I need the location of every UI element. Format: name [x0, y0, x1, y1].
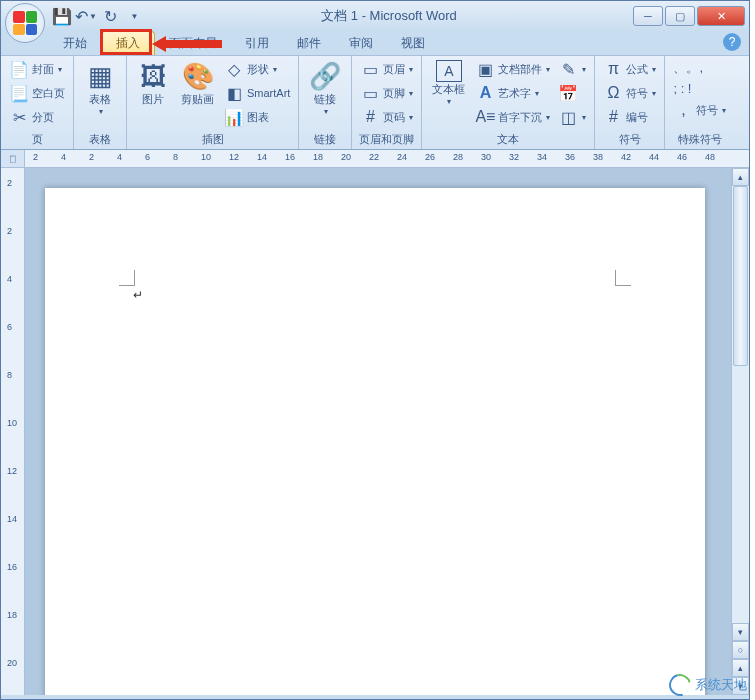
page-number-icon: #	[360, 107, 380, 127]
special-punct2[interactable]: ; : !	[671, 80, 728, 97]
watermark-text: 系统天地	[695, 676, 747, 694]
group-links: 🔗链接▾ 链接	[299, 56, 352, 149]
number-button[interactable]: #编号	[601, 106, 658, 128]
quick-parts-icon: ▣	[475, 59, 495, 79]
ribbon: 📄封面▾ 📃空白页 ✂分页 页 ▦ 表格▾ 表格 🖼图片 🎨剪贴画	[1, 55, 749, 150]
textbox-button[interactable]: A文本框▾	[428, 58, 469, 108]
group-illustrations: 🖼图片 🎨剪贴画 ◇形状▾ ◧SmartArt 📊图表 插图	[127, 56, 299, 149]
page-number-label: 页码	[383, 110, 405, 125]
page[interactable]: ↵	[45, 188, 705, 695]
group-special-label: 特殊符号	[671, 130, 728, 147]
shapes-button[interactable]: ◇形状▾	[222, 58, 292, 80]
redo-icon: ↻	[100, 6, 120, 26]
shapes-icon: ◇	[224, 59, 244, 79]
clipart-button[interactable]: 🎨剪贴画	[177, 58, 218, 109]
symbol-icon: Ω	[603, 83, 623, 103]
group-tables: ▦ 表格▾ 表格	[74, 56, 127, 149]
text-cursor: ↵	[133, 288, 143, 302]
number-label: 编号	[626, 110, 648, 125]
maximize-button[interactable]: ▢	[665, 6, 695, 26]
date-time-button[interactable]: 📅	[556, 82, 588, 104]
special-punct1[interactable]: 、。,	[671, 58, 728, 78]
tab-references[interactable]: 引用	[231, 32, 283, 55]
textbox-icon: A	[436, 60, 462, 82]
save-button[interactable]: 💾	[51, 5, 73, 27]
object-icon: ◫	[558, 107, 578, 127]
scroll-thumb[interactable]	[733, 186, 748, 366]
ribbon-tabs: 开始 插入 页面布局 引用 邮件 审阅 视图 ?	[1, 31, 749, 55]
equation-button[interactable]: π公式▾	[601, 58, 658, 80]
footer-button[interactable]: ▭页脚▾	[358, 82, 415, 104]
close-button[interactable]: ✕	[697, 6, 745, 26]
group-illustrations-label: 插图	[133, 130, 292, 147]
symbol-label: 符号	[626, 86, 648, 101]
cover-page-button[interactable]: 📄封面▾	[7, 58, 67, 80]
footer-label: 页脚	[383, 86, 405, 101]
clipart-label: 剪贴画	[181, 92, 214, 107]
blank-page-icon: 📃	[9, 83, 29, 103]
tab-insert[interactable]: 插入	[101, 31, 155, 55]
link-button[interactable]: 🔗链接▾	[305, 58, 345, 118]
blank-page-label: 空白页	[32, 86, 65, 101]
vertical-scrollbar[interactable]: ▴ ▾ ○ ▴ ▾	[731, 168, 749, 695]
minimize-button[interactable]: ─	[633, 6, 663, 26]
horizontal-ruler[interactable]: 2424681012141618202224262830323436384244…	[25, 150, 749, 168]
wordart-label: 艺术字	[498, 86, 531, 101]
header-button[interactable]: ▭页眉▾	[358, 58, 415, 80]
qat-customize[interactable]: ▼	[123, 5, 145, 27]
dropcap-label: 首字下沉	[498, 110, 542, 125]
quick-parts-button[interactable]: ▣文档部件▾	[473, 58, 552, 80]
dropcap-button[interactable]: A≡首字下沉▾	[473, 106, 552, 128]
tab-home[interactable]: 开始	[49, 32, 101, 55]
scroll-down-button[interactable]: ▾	[732, 623, 749, 641]
tab-layout[interactable]: 页面布局	[155, 32, 231, 55]
smartart-label: SmartArt	[247, 87, 290, 99]
table-button[interactable]: ▦ 表格▾	[80, 58, 120, 118]
scroll-up-button[interactable]: ▴	[732, 168, 749, 186]
smartart-icon: ◧	[224, 83, 244, 103]
equation-label: 公式	[626, 62, 648, 77]
table-label: 表格	[89, 92, 111, 107]
shapes-label: 形状	[247, 62, 269, 77]
window-controls: ─ ▢ ✕	[633, 6, 745, 26]
undo-button[interactable]: ↶▼	[75, 5, 97, 27]
page-break-button[interactable]: ✂分页	[7, 106, 67, 128]
vertical-ruler[interactable]: 22468101214161820	[1, 168, 25, 695]
tab-review[interactable]: 审阅	[335, 32, 387, 55]
tab-view[interactable]: 视图	[387, 32, 439, 55]
header-icon: ▭	[360, 59, 380, 79]
group-header-footer: ▭页眉▾ ▭页脚▾ #页码▾ 页眉和页脚	[352, 56, 422, 149]
window-title: 文档 1 - Microsoft Word	[145, 7, 633, 25]
redo-button[interactable]: ↻	[99, 5, 121, 27]
header-label: 页眉	[383, 62, 405, 77]
signature-icon: ✎	[558, 59, 578, 79]
special-symbol-button[interactable]: ,符号▾	[671, 99, 728, 121]
browse-select-button[interactable]: ○	[732, 641, 749, 659]
signature-line-button[interactable]: ✎▾	[556, 58, 588, 80]
ruler-corner[interactable]: ⎕	[1, 150, 25, 168]
page-number-button[interactable]: #页码▾	[358, 106, 415, 128]
group-symbols-label: 符号	[601, 130, 658, 147]
chart-icon: 📊	[224, 107, 244, 127]
object-button[interactable]: ◫▾	[556, 106, 588, 128]
watermark: 系统天地	[669, 674, 747, 696]
smartart-button[interactable]: ◧SmartArt	[222, 82, 292, 104]
margin-mark-tl	[119, 270, 135, 286]
watermark-icon	[665, 670, 695, 700]
picture-button[interactable]: 🖼图片	[133, 58, 173, 109]
link-label: 链接	[314, 92, 336, 107]
blank-page-button[interactable]: 📃空白页	[7, 82, 67, 104]
help-icon[interactable]: ?	[723, 33, 741, 51]
group-pages: 📄封面▾ 📃空白页 ✂分页 页	[1, 56, 74, 149]
group-symbols: π公式▾ Ω符号▾ #编号 符号	[595, 56, 665, 149]
tab-mail[interactable]: 邮件	[283, 32, 335, 55]
office-button[interactable]	[5, 3, 45, 43]
symbol-button[interactable]: Ω符号▾	[601, 82, 658, 104]
scroll-track[interactable]	[732, 186, 749, 623]
chart-button[interactable]: 📊图表	[222, 106, 292, 128]
wordart-button[interactable]: A艺术字▾	[473, 82, 552, 104]
cover-page-label: 封面	[32, 62, 54, 77]
document-area[interactable]: ↵	[25, 168, 731, 695]
title-bar: 💾 ↶▼ ↻ ▼ 文档 1 - Microsoft Word ─ ▢ ✕	[1, 1, 749, 31]
group-special-symbols: 、。, ; : ! ,符号▾ 特殊符号	[665, 56, 734, 149]
